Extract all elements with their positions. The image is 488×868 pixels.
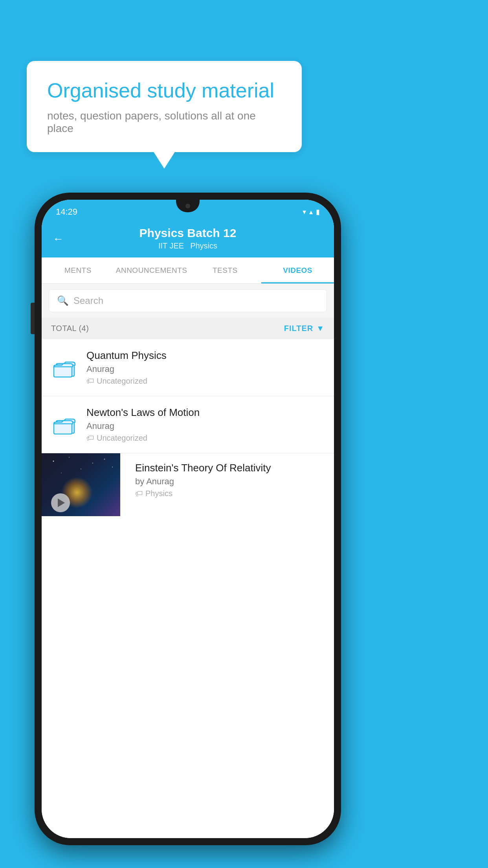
svg-point-6 [92, 463, 93, 463]
video-thumbnail [42, 453, 120, 516]
tag-icon: 🏷 [86, 434, 94, 443]
tag-text: Uncategorized [97, 434, 147, 443]
status-time: 14:29 [56, 207, 77, 217]
tab-announcements[interactable]: ANNOUNCEMENTS [114, 257, 189, 283]
item-title: Quantum Physics [86, 349, 325, 362]
total-count: TOTAL (4) [51, 324, 89, 333]
speech-bubble: Organised study material notes, question… [27, 61, 302, 152]
item-title: Newton's Laws of Motion [86, 406, 325, 419]
filter-icon: ▼ [316, 324, 325, 333]
header-tag2: Physics [190, 241, 217, 250]
search-container: 🔍 Search [42, 284, 334, 318]
status-bar: 14:29 ▾ ▴ ▮ [42, 200, 334, 220]
status-icons: ▾ ▴ ▮ [303, 208, 320, 216]
item-author: Anurag [86, 364, 325, 374]
svg-point-4 [53, 461, 54, 462]
item-content: Quantum Physics Anurag 🏷 Uncategorized [86, 349, 325, 386]
phone-shell: 14:29 ▾ ▴ ▮ ← Physics Batch 12 IIT J [35, 193, 341, 845]
svg-point-9 [61, 473, 62, 473]
item-author: Anurag [86, 421, 325, 431]
search-placeholder[interactable]: Search [73, 295, 103, 306]
item-content: Newton's Laws of Motion Anurag 🏷 Uncateg… [86, 406, 325, 443]
tab-ments[interactable]: MENTS [42, 257, 114, 283]
thumb-content: Einstein's Theory Of Relativity by Anura… [128, 453, 334, 507]
tag-text: Uncategorized [97, 377, 147, 386]
filter-label: FILTER [284, 324, 314, 333]
play-triangle-icon [58, 498, 65, 507]
folder-icon [53, 357, 77, 378]
tab-videos[interactable]: VIDEOS [261, 257, 334, 283]
bubble-title: Organised study material [47, 78, 281, 103]
bubble-subtitle: notes, question papers, solutions all at… [47, 110, 281, 135]
svg-point-7 [104, 459, 105, 460]
phone-device: 14:29 ▾ ▴ ▮ ← Physics Batch 12 IIT J [35, 193, 341, 845]
thumb-author: by Anurag [135, 476, 327, 487]
item-tag: 🏷 Uncategorized [86, 377, 325, 386]
thumb-title: Einstein's Theory Of Relativity [135, 462, 327, 474]
header-title: Physics Batch 12 [139, 226, 237, 240]
thumb-tag-text: Physics [145, 489, 172, 498]
header-tag1: IIT JEE [158, 241, 184, 250]
app-header: ← Physics Batch 12 IIT JEE Physics [42, 220, 334, 257]
list-item[interactable]: Newton's Laws of Motion Anurag 🏷 Uncateg… [42, 396, 334, 453]
wifi-icon: ▾ [303, 208, 306, 216]
list-container: Quantum Physics Anurag 🏷 Uncategorized [42, 339, 334, 838]
search-bar[interactable]: 🔍 Search [49, 289, 327, 312]
filter-button[interactable]: FILTER ▼ [284, 324, 325, 333]
item-tag: 🏷 Uncategorized [86, 434, 325, 443]
play-button[interactable] [51, 493, 70, 512]
list-item-thumb[interactable]: Einstein's Theory Of Relativity by Anura… [42, 453, 334, 516]
tag-icon: 🏷 [86, 377, 94, 386]
filter-bar: TOTAL (4) FILTER ▼ [42, 318, 334, 339]
signal-icon: ▴ [309, 208, 313, 216]
svg-point-8 [81, 469, 81, 469]
item-icon-wrap [51, 357, 79, 378]
svg-point-10 [112, 467, 113, 467]
search-icon: 🔍 [57, 295, 69, 306]
background: Organised study material notes, question… [0, 0, 488, 868]
tab-tests[interactable]: TESTS [189, 257, 261, 283]
phone-screen: 14:29 ▾ ▴ ▮ ← Physics Batch 12 IIT J [42, 200, 334, 838]
item-icon-wrap [51, 414, 79, 435]
thumb-tag: 🏷 Physics [135, 489, 327, 498]
list-item[interactable]: Quantum Physics Anurag 🏷 Uncategorized [42, 339, 334, 396]
header-subtitle: IIT JEE Physics [158, 241, 217, 250]
svg-point-5 [69, 457, 70, 458]
thumb-tag-icon: 🏷 [135, 489, 143, 498]
tabs-bar: MENTS ANNOUNCEMENTS TESTS VIDEOS [42, 257, 334, 284]
battery-icon: ▮ [316, 208, 320, 216]
camera [185, 204, 190, 208]
back-button[interactable]: ← [53, 233, 64, 245]
folder-icon [53, 414, 77, 435]
notch [176, 200, 200, 212]
